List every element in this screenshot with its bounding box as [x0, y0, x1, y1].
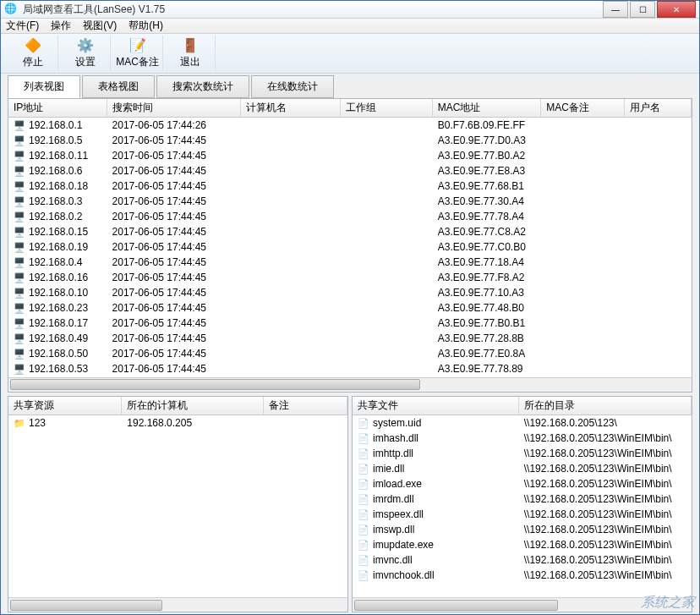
file-icon: 📄 [358, 569, 371, 581]
col-share-computer[interactable]: 所在的计算机 [122, 397, 264, 415]
table-row[interactable]: 🖥️192.168.0.12017-06-05 17:44:26B0.F7.6B… [8, 118, 692, 133]
window-controls: — ☐ ✕ [603, 1, 696, 18]
file-icon: 📄 [358, 539, 371, 551]
hosts-pane: IP地址 搜索时间 计算机名 工作组 MAC地址 MAC备注 用户名 🖥️192… [8, 98, 692, 393]
share-hscroll[interactable] [8, 597, 347, 612]
file-icon: 📄 [358, 417, 371, 429]
table-row[interactable]: 📄imhash.dll\\192.168.0.205\123\WinEIM\bi… [353, 431, 692, 446]
table-row[interactable]: 📄system.uid\\192.168.0.205\123\ [353, 415, 692, 431]
table-row[interactable]: 📄imload.exe\\192.168.0.205\123\WinEIM\bi… [353, 476, 692, 491]
table-row[interactable]: 🖥️192.168.0.182017-06-05 17:44:45A3.E0.9… [8, 178, 692, 194]
host-icon: 🖥️ [14, 241, 27, 253]
exit-button[interactable]: 🚪 退出 [165, 36, 216, 71]
files-list[interactable]: 📄system.uid\\192.168.0.205\123\📄imhash.d… [353, 415, 692, 597]
host-icon: 🖥️ [14, 302, 27, 314]
col-computer[interactable]: 计算机名 [241, 99, 342, 117]
host-icon: 🖥️ [14, 332, 27, 344]
table-row[interactable]: 📄imspeex.dll\\192.168.0.205\123\WinEIM\b… [353, 507, 692, 522]
table-row[interactable]: 🖥️192.168.0.42017-06-05 17:44:45A3.E0.9E… [8, 255, 692, 270]
stop-button[interactable]: 🔶 停止 [8, 36, 58, 71]
tab-table-view[interactable]: 表格视图 [82, 75, 155, 98]
share-list[interactable]: 📁123192.168.0.205 [8, 415, 347, 597]
minimize-button[interactable]: — [603, 1, 628, 18]
tab-online-stat[interactable]: 在线数统计 [251, 75, 334, 98]
host-icon: 🖥️ [14, 119, 27, 131]
table-row[interactable]: 📄imvnchook.dll\\192.168.0.205\123\WinEIM… [353, 568, 692, 583]
toolbar: 🔶 停止 ⚙️ 设置 📝 MAC备注 🚪 退出 [1, 34, 699, 74]
view-tabs: 列表视图 表格视图 搜索次数统计 在线数统计 [8, 75, 692, 98]
table-row[interactable]: 🖥️192.168.0.62017-06-05 17:44:45A3.E0.9E… [8, 163, 692, 178]
files-hscroll[interactable] [353, 597, 692, 612]
table-row[interactable]: 📄imvnc.dll\\192.168.0.205\123\WinEIM\bin… [353, 552, 692, 568]
menu-operate[interactable]: 操作 [51, 19, 71, 33]
close-button[interactable]: ✕ [657, 1, 696, 18]
col-mac[interactable]: MAC地址 [433, 99, 541, 117]
col-file[interactable]: 共享文件 [353, 397, 519, 415]
files-header: 共享文件 所在的目录 [353, 397, 692, 415]
table-row[interactable]: 🖥️192.168.0.52017-06-05 17:44:45A3.E0.9E… [8, 133, 692, 148]
file-icon: 📄 [358, 448, 371, 459]
host-icon: 🖥️ [14, 287, 27, 299]
file-icon: 📄 [358, 554, 371, 566]
stop-icon: 🔶 [25, 37, 41, 53]
table-row[interactable]: 🖥️192.168.0.112017-06-05 17:44:45A3.E0.9… [8, 148, 692, 163]
table-row[interactable]: 🖥️192.168.0.492017-06-05 17:44:45A3.E0.9… [8, 331, 692, 346]
hosts-list[interactable]: 🖥️192.168.0.12017-06-05 17:44:26B0.F7.6B… [8, 118, 692, 377]
host-icon: 🖥️ [14, 348, 27, 360]
col-resource[interactable]: 共享资源 [8, 397, 122, 415]
table-row[interactable]: 📄imrdm.dll\\192.168.0.205\123\WinEIM\bin… [353, 491, 692, 507]
file-icon: 📄 [358, 432, 371, 444]
table-row[interactable]: 🖥️192.168.0.172017-06-05 17:44:45A3.E0.9… [8, 316, 692, 331]
hosts-hscroll[interactable] [8, 377, 692, 392]
menubar: 文件(F) 操作 视图(V) 帮助(H) [1, 19, 699, 34]
tab-search-stat[interactable]: 搜索次数统计 [156, 75, 249, 98]
table-row[interactable]: 🖥️192.168.0.152017-06-05 17:44:45A3.E0.9… [8, 224, 692, 239]
gear-icon: ⚙️ [77, 37, 94, 53]
hosts-header: IP地址 搜索时间 计算机名 工作组 MAC地址 MAC备注 用户名 [8, 99, 692, 118]
col-dir[interactable]: 所在的目录 [519, 397, 692, 415]
menu-view[interactable]: 视图(V) [83, 19, 117, 33]
host-icon: 🖥️ [14, 272, 27, 283]
table-row[interactable]: 📁123192.168.0.205 [8, 415, 347, 431]
bottom-panes: 共享资源 所在的计算机 备注 📁123192.168.0.205 共享文件 所在… [8, 396, 692, 612]
menu-help[interactable]: 帮助(H) [129, 19, 163, 33]
host-icon: 🖥️ [14, 150, 27, 162]
app-icon: 🌐 [4, 3, 18, 16]
table-row[interactable]: 🖥️192.168.0.232017-06-05 17:44:45A3.E0.9… [8, 300, 692, 316]
content-area: IP地址 搜索时间 计算机名 工作组 MAC地址 MAC备注 用户名 🖥️192… [8, 98, 692, 612]
table-row[interactable]: 🖥️192.168.0.32017-06-05 17:44:45A3.E0.9E… [8, 194, 692, 209]
table-row[interactable]: 🖥️192.168.0.192017-06-05 17:44:45A3.E0.9… [8, 239, 692, 255]
titlebar: 🌐 局域网查看工具(LanSee) V1.75 — ☐ ✕ [1, 1, 699, 19]
settings-button[interactable]: ⚙️ 设置 [60, 36, 111, 71]
table-row[interactable]: 📄imie.dll\\192.168.0.205\123\WinEIM\bin\ [353, 461, 692, 476]
share-pane: 共享资源 所在的计算机 备注 📁123192.168.0.205 [8, 396, 348, 612]
folder-icon: 📁 [14, 417, 27, 429]
menu-file[interactable]: 文件(F) [6, 19, 39, 33]
col-macnote[interactable]: MAC备注 [541, 99, 625, 117]
host-icon: 🖥️ [14, 226, 27, 238]
host-icon: 🖥️ [14, 317, 27, 329]
host-icon: 🖥️ [14, 165, 27, 177]
table-row[interactable]: 🖥️192.168.0.102017-06-05 17:44:45A3.E0.9… [8, 285, 692, 300]
files-pane: 共享文件 所在的目录 📄system.uid\\192.168.0.205\12… [352, 396, 692, 612]
tab-list-view[interactable]: 列表视图 [8, 75, 80, 98]
table-row[interactable]: 📄imswp.dll\\192.168.0.205\123\WinEIM\bin… [353, 522, 692, 537]
table-row[interactable]: 📄imhttp.dll\\192.168.0.205\123\WinEIM\bi… [353, 446, 692, 461]
table-row[interactable]: 🖥️192.168.0.532017-06-05 17:44:45A3.E0.9… [8, 361, 692, 376]
col-time[interactable]: 搜索时间 [107, 99, 241, 117]
col-ip[interactable]: IP地址 [8, 99, 107, 117]
col-share-note[interactable]: 备注 [264, 397, 347, 415]
host-icon: 🖥️ [14, 211, 27, 222]
host-icon: 🖥️ [14, 363, 27, 375]
col-user[interactable]: 用户名 [625, 99, 692, 117]
col-workgroup[interactable]: 工作组 [341, 99, 433, 117]
app-window: 🌐 局域网查看工具(LanSee) V1.75 — ☐ ✕ 文件(F) 操作 视… [0, 0, 700, 615]
maximize-button[interactable]: ☐ [630, 1, 655, 18]
note-icon: 📝 [129, 37, 146, 53]
table-row[interactable]: 📄imupdate.exe\\192.168.0.205\123\WinEIM\… [353, 537, 692, 552]
file-icon: 📄 [358, 493, 371, 505]
table-row[interactable]: 🖥️192.168.0.502017-06-05 17:44:45A3.E0.9… [8, 346, 692, 361]
macnote-button[interactable]: 📝 MAC备注 [112, 36, 163, 71]
table-row[interactable]: 🖥️192.168.0.22017-06-05 17:44:45A3.E0.9E… [8, 209, 692, 224]
table-row[interactable]: 🖥️192.168.0.162017-06-05 17:44:45A3.E0.9… [8, 270, 692, 285]
